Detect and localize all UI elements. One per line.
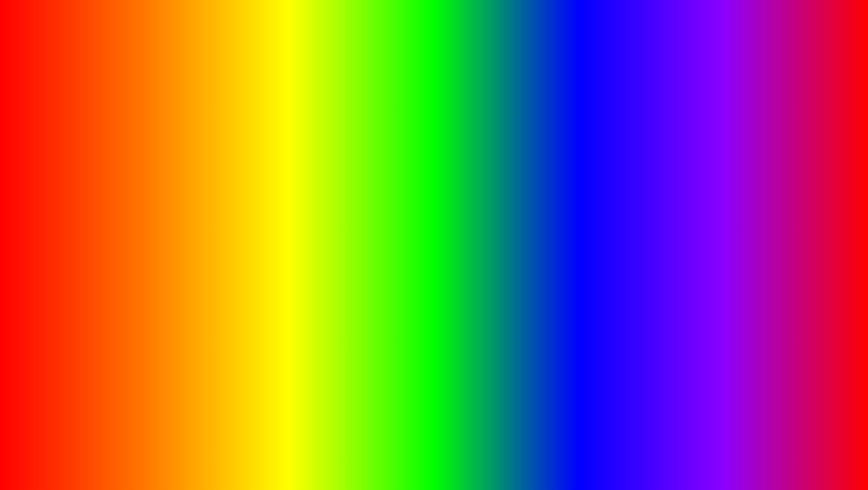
title-simulator: SIMULATOR 2 xyxy=(279,75,590,120)
auto-click-row: Auto Click xyxy=(189,223,341,238)
android-label: ANDROID xyxy=(31,165,165,194)
auto-farm-world-label: Auto Farm Current World xyxy=(189,257,325,263)
auto-easy-dungeon-toggle[interactable] xyxy=(498,216,515,224)
save-pos-label: Save Pos To Teleport Back xyxy=(362,156,501,163)
search-btn-1[interactable]: 🔍 xyxy=(315,127,322,134)
section-auto-dungeon: Auto Dungeon ∧ xyxy=(362,200,515,210)
leave-insane-label: Leave Insane Dungeon At xyxy=(362,188,461,194)
auto-skip-room-label: Auto Skip Room 50 Easy Dungeon xyxy=(362,261,498,267)
leave-insane-input[interactable] xyxy=(461,186,515,196)
auto-insane-dungeon-toggle[interactable] xyxy=(498,231,515,239)
script-pastebin-label: SCRIPT PASTEBIN xyxy=(431,297,752,333)
refresh-mobs-label: Refresh Mobs List ✓ xyxy=(189,186,327,205)
auto-skip-room-toggle[interactable] xyxy=(498,260,515,268)
window-2: Platinium - Anime Warriors Simulator 2 -… xyxy=(356,123,520,288)
titlebar-1: Platinium - Anime Warriors Simulator 2 -… xyxy=(184,125,346,137)
mobile2-label: MOBILE xyxy=(711,169,837,201)
checkmark-icon: ✓ xyxy=(40,194,67,232)
auto-farm-mobs-toggle[interactable] xyxy=(325,271,341,279)
save-pos-row: Save Pos To Teleport Back button xyxy=(362,153,515,166)
auto-collect-toggle[interactable] xyxy=(325,241,341,249)
leave-insane-row: Leave Insane Dungeon At xyxy=(362,183,515,200)
chevron-mobs-list[interactable]: ∧ xyxy=(338,157,341,162)
titlebar-2: Platinium - Anime Warriors Simulator 2 -… xyxy=(358,125,519,137)
window-body-2: Back World After Dungeon Slect A World P… xyxy=(358,137,519,276)
time-between-button[interactable]: 5 Seconds xyxy=(296,169,341,179)
auto-farm-world-row: Auto Farm Current World xyxy=(189,253,341,268)
window-title-1: Platinium - Anime Warriors Simulator 2 -… xyxy=(199,128,302,133)
hamburger-icon-1[interactable] xyxy=(189,128,195,133)
section-label-auto-farm: Auto Farm Settings ∨ xyxy=(189,142,240,148)
auto-click-toggle[interactable] xyxy=(325,227,341,235)
thumbnail-title: ANIME WARRIORS xyxy=(766,457,853,466)
auto-insane-dungeon-label: Auto Insane Dungeon xyxy=(362,232,498,238)
section-text-auto-sub: Auto Farm xyxy=(189,212,214,218)
titlebar-right-1: 🔍 ⧉ ✕ xyxy=(315,127,341,134)
work-label: WORK xyxy=(711,137,814,169)
save-pos-button[interactable]: button xyxy=(501,157,515,162)
titlebar-left-1: Platinium - Anime Warriors Simulator 2 -… xyxy=(189,128,302,133)
auto-close-results-label: Auto Close Dungeon Results xyxy=(362,246,498,253)
right-labels: WORK MOBILE xyxy=(711,137,837,201)
refresh-mobs-button[interactable]: Button xyxy=(327,193,341,198)
auto-skip-room-row: Auto Skip Room 50 Easy Dungeon xyxy=(362,257,515,272)
search-btn-2[interactable]: 🔍 xyxy=(488,127,495,134)
chevron-dungeon[interactable]: ∧ xyxy=(398,202,401,207)
thumbnail: ⚡ ANIME WARRIORS 2 xyxy=(765,407,855,477)
auto-insane-dungeon-row: Auto Insane Dungeon xyxy=(362,227,515,242)
section-auto-sub: Auto Farm ∧ xyxy=(189,210,341,221)
titlebar-left-2: Platinium - Anime Warriors Simulator 2 -… xyxy=(362,128,475,133)
auto-farm-world-toggle[interactable] xyxy=(325,256,341,264)
section-auto-farm: Auto Farm Settings ∨ xyxy=(189,140,341,151)
mobile-label: MOBILE xyxy=(31,137,143,165)
leave-easy-input[interactable] xyxy=(461,169,515,179)
section-text-auto-farm: Auto Farm Settings xyxy=(189,142,235,148)
auto-collect-label: Auto Collect Coins xyxy=(189,242,325,249)
titlebar-right-2: 🔍 ⧉ ✕ xyxy=(488,127,515,134)
middle-section: MOBILE ANDROID ✓ Platinium - Anime Warri… xyxy=(4,123,864,288)
auto-farm-label: AUTO FARM xyxy=(116,290,417,340)
refresh-mobs-row: Refresh Mobs List ✓ Button xyxy=(189,183,341,209)
mobs-list-row: Mobs List Troop ∧ xyxy=(189,153,341,166)
leave-easy-label: Leave Easy Dungeon At xyxy=(362,171,461,178)
auto-click-label: Auto Click xyxy=(189,227,325,234)
auto-easy-dungeon-row: Auto Easy Dungeon xyxy=(362,213,515,227)
bottom-section: AUTO FARM SCRIPT PASTEBIN xyxy=(4,290,864,340)
window-title-2: Platinium - Anime Warriors Simulator 2 -… xyxy=(372,128,475,133)
time-between-label: Time Between Another Mob xyxy=(189,171,296,178)
auto-farm-mobs-row: Auto Farm Selected Mobs xyxy=(189,268,341,283)
section-label-auto-sub: Auto Farm ∧ xyxy=(189,212,219,218)
auto-close-results-toggle[interactable] xyxy=(498,245,515,254)
select-world-value[interactable]: Slect A World PIs! xyxy=(472,144,511,149)
time-between-mob-row: Time Between Another Mob 5 Seconds xyxy=(189,166,341,183)
auto-close-results-row: Auto Close Dungeon Results xyxy=(362,242,515,257)
window-1: Platinium - Anime Warriors Simulator 2 -… xyxy=(183,123,347,288)
back-world-label: Back World After Dungeon xyxy=(362,143,472,150)
auto-easy-dungeon-label: Auto Easy Dungeon xyxy=(362,217,498,223)
windows-container: Platinium - Anime Warriors Simulator 2 -… xyxy=(183,123,694,288)
thumbnail-sub: 2 xyxy=(766,466,853,474)
back-world-row: Back World After Dungeon Slect A World P… xyxy=(362,140,515,153)
hamburger-icon-2[interactable] xyxy=(362,128,368,133)
refresh-checkmark: ✓ xyxy=(234,188,246,205)
section-label-dungeon: Auto Dungeon ∧ xyxy=(362,201,402,208)
chevron-auto-farm[interactable]: ∨ xyxy=(237,143,240,148)
close-btn-1[interactable]: ✕ xyxy=(335,127,341,134)
section-text-dungeon: Auto Dungeon xyxy=(362,201,397,208)
leave-easy-row: Leave Easy Dungeon At xyxy=(362,166,515,183)
thumbnail-art: ⚡ xyxy=(766,410,853,456)
auto-collect-row: Auto Collect Coins xyxy=(189,238,341,253)
mobs-list-label: Mobs List xyxy=(189,156,324,163)
auto-farm-mobs-label: Auto Farm Selected Mobs xyxy=(189,272,325,278)
chevron-back-world[interactable]: ∧ xyxy=(511,144,515,149)
copy-btn-1[interactable]: ⧉ xyxy=(325,127,331,134)
main-content: ANIME WARRIORS SIMULATOR 2 MOBILE ANDROI… xyxy=(4,4,864,486)
window-body-1: Auto Farm Settings ∨ Mobs List Troop ∧ T… xyxy=(184,137,346,286)
title-anime: ANIME WARRIORS xyxy=(122,8,746,75)
mobs-list-value: Troop xyxy=(323,157,336,162)
chevron-auto-sub[interactable]: ∧ xyxy=(216,213,219,218)
left-labels: MOBILE ANDROID ✓ xyxy=(31,137,165,232)
close-btn-2[interactable]: ✕ xyxy=(508,127,515,134)
copy-btn-2[interactable]: ⧉ xyxy=(498,127,505,134)
